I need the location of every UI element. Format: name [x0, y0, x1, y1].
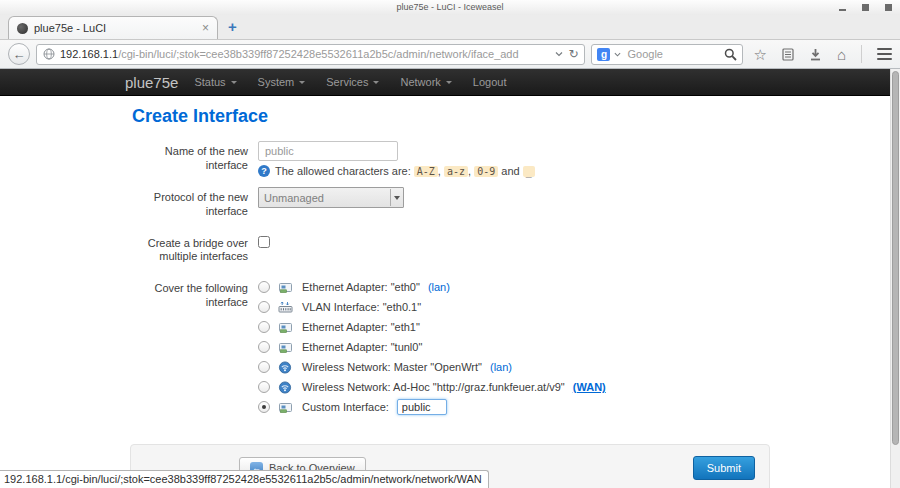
- option-link[interactable]: (lan): [428, 281, 450, 293]
- nav-item-network[interactable]: Network: [400, 76, 451, 88]
- option-link[interactable]: (lan): [490, 361, 512, 373]
- radio[interactable]: [258, 281, 270, 293]
- close-icon[interactable]: [885, 4, 892, 11]
- nav-item-system[interactable]: System: [258, 76, 306, 88]
- search-engine-dropdown-icon[interactable]: [614, 51, 621, 58]
- nav-item-label: Logout: [473, 76, 507, 88]
- option-link[interactable]: (WAN): [573, 381, 606, 393]
- bridge-checkbox[interactable]: [258, 236, 270, 248]
- wifi-icon: [278, 361, 294, 374]
- ethernet-icon: [278, 341, 294, 354]
- caret-down-icon: [299, 81, 305, 84]
- home-icon[interactable]: ⌂: [837, 47, 846, 62]
- radio[interactable]: [258, 361, 270, 373]
- name-field-label: Name of the new interface: [130, 141, 258, 177]
- wifi-icon: [278, 381, 294, 394]
- bridge-field-label: Create a bridge over multiple interfaces: [130, 233, 258, 265]
- radio[interactable]: [258, 341, 270, 353]
- form-row-bridge: Create a bridge over multiple interfaces: [130, 233, 770, 265]
- nav-item-label: Status: [194, 76, 225, 88]
- back-button[interactable]: ←: [8, 43, 30, 65]
- nav-item-status[interactable]: Status: [194, 76, 236, 88]
- ethernet-icon: [278, 401, 294, 414]
- option-text: Ethernet Adapter: "tunl0": [302, 341, 422, 353]
- form-row-name: Name of the new interface ? The allowed …: [130, 141, 770, 177]
- tab-close-icon[interactable]: ×: [202, 22, 209, 34]
- protocol-select[interactable]: Unmanaged: [258, 187, 404, 208]
- caret-down-icon: [446, 81, 452, 84]
- search-bar[interactable]: g: [591, 44, 743, 65]
- radio[interactable]: [258, 401, 270, 413]
- option-text: Wireless Network: Master "OpenWrt": [302, 361, 482, 373]
- navbar-menu: Status System Services Network Logout: [194, 76, 527, 88]
- option-text: Ethernet Adapter: "eth0": [302, 281, 420, 293]
- browser-toolbar: ← 192.168.1.1/cgi-bin/luci/;stok=cee38b3…: [0, 39, 900, 69]
- tab-plue75e-luci[interactable]: plue75e - LuCI ×: [8, 16, 218, 39]
- url-dropdown-icon[interactable]: [555, 50, 563, 58]
- cover-option-row: Ethernet Adapter: "eth1": [258, 320, 770, 334]
- brand-plue75e[interactable]: plue75e: [125, 74, 178, 91]
- tab-bar: plue75e - LuCI × +: [0, 15, 900, 39]
- url-path: /cgi-bin/luci/;stok=cee38b339ff87252428e…: [118, 48, 518, 60]
- caret-down-icon: [231, 81, 237, 84]
- url-host: 192.168.1.1: [60, 48, 118, 60]
- form-row-cover: Cover the following interface Ethernet A…: [130, 278, 770, 420]
- nav-item-label: Services: [326, 76, 368, 88]
- status-bar-link-preview: 192.168.1.1/cgi-bin/luci/;stok=cee38b339…: [0, 470, 489, 488]
- cover-option-row: Ethernet Adapter: "tunl0": [258, 340, 770, 354]
- interface-name-input[interactable]: [258, 141, 398, 161]
- caret-down-icon: [373, 81, 379, 84]
- maximize-icon[interactable]: [862, 4, 869, 11]
- cover-option-row: Custom Interface:: [258, 400, 770, 414]
- nav-item-logout[interactable]: Logout: [473, 76, 507, 88]
- page-viewport: plue75e Status System Services Network L…: [0, 69, 900, 488]
- toolbar-separator: [861, 45, 862, 63]
- nav-item-label: Network: [400, 76, 440, 88]
- allowed-chars-hint: ? The allowed characters are: A-Z, a-z, …: [258, 165, 770, 177]
- vertical-scrollbar[interactable]: [890, 69, 900, 488]
- downloads-icon[interactable]: [809, 48, 822, 61]
- menu-icon[interactable]: [877, 48, 892, 61]
- radio[interactable]: [258, 321, 270, 333]
- option-text: Ethernet Adapter: "eth1": [302, 321, 420, 333]
- cover-option-row: Ethernet Adapter: "eth0" (lan): [258, 280, 770, 294]
- new-tab-button[interactable]: +: [228, 18, 237, 35]
- tab-favicon-icon: [17, 23, 28, 34]
- option-text: Custom Interface:: [302, 401, 389, 413]
- minimize-icon[interactable]: [839, 9, 846, 11]
- tab-title: plue75e - LuCI: [34, 22, 196, 34]
- bookmarks-panel-icon[interactable]: [782, 48, 794, 61]
- cover-option-row: Wireless Network: Master "OpenWrt" (lan): [258, 360, 770, 374]
- radio[interactable]: [258, 301, 270, 313]
- ethernet-icon: [278, 321, 294, 334]
- form-row-protocol: Protocol of the new interface Unmanaged: [130, 187, 770, 219]
- option-text: VLAN Interface: "eth0.1": [302, 301, 421, 313]
- globe-icon: [43, 48, 55, 60]
- google-icon: g: [597, 48, 610, 61]
- bookmark-star-icon[interactable]: ☆: [753, 47, 766, 62]
- submit-button[interactable]: Submit: [693, 456, 755, 480]
- page-title: Create Interface: [132, 106, 770, 127]
- search-input[interactable]: [625, 47, 720, 61]
- url-text: 192.168.1.1/cgi-bin/luci/;stok=cee38b339…: [60, 48, 550, 60]
- protocol-field-label: Protocol of the new interface: [130, 187, 258, 219]
- allowed-char-chip: a-z: [444, 166, 468, 177]
- scrollbar-thumb[interactable]: [892, 71, 899, 445]
- page-content: Create Interface Name of the new interfa…: [130, 96, 770, 488]
- allowed-chars-text: The allowed characters are: A-Z, a-z, 0-…: [275, 165, 535, 177]
- search-icon[interactable]: [724, 48, 737, 61]
- window-titlebar: plue75e - LuCI - Iceweasel: [0, 0, 900, 15]
- cover-options: Ethernet Adapter: "eth0" (lan) VLAN Inte…: [258, 278, 770, 420]
- vlan-icon: [278, 301, 294, 314]
- reload-icon[interactable]: ↻: [568, 48, 578, 60]
- cover-field-label: Cover the following interface: [130, 278, 258, 420]
- allowed-chars-codes: A-Z, a-z, 0-9 and _: [414, 165, 535, 177]
- protocol-select-wrap: Unmanaged: [258, 187, 404, 208]
- custom-interface-input[interactable]: [397, 399, 447, 415]
- luci-navbar: plue75e Status System Services Network L…: [0, 69, 890, 96]
- radio[interactable]: [258, 381, 270, 393]
- window-controls: [839, 4, 892, 11]
- back-arrow-icon: ←: [13, 48, 26, 61]
- url-bar[interactable]: 192.168.1.1/cgi-bin/luci/;stok=cee38b339…: [36, 44, 585, 65]
- nav-item-services[interactable]: Services: [326, 76, 379, 88]
